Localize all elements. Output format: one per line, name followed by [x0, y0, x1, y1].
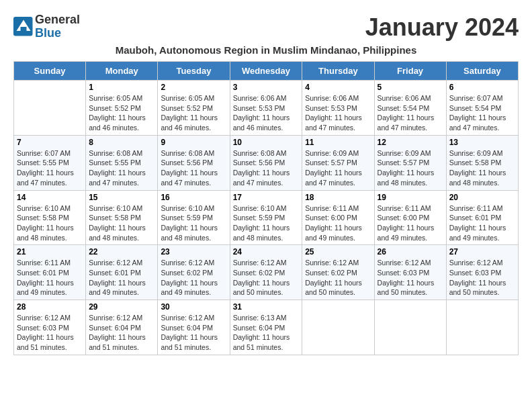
day-number: 1: [89, 83, 154, 92]
day-number: 24: [233, 247, 300, 257]
day-number: 20: [449, 193, 515, 202]
day-info: Sunrise: 6:05 AMSunset: 5:52 PMDaylight:…: [161, 93, 226, 133]
calendar-header-tuesday: Tuesday: [158, 62, 230, 81]
calendar-cell: 24Sunrise: 6:12 AMSunset: 6:02 PMDayligh…: [230, 245, 302, 300]
day-number: 3: [233, 83, 300, 92]
day-number: 15: [89, 193, 154, 202]
day-number: 8: [89, 138, 154, 147]
calendar-cell: 1Sunrise: 6:05 AMSunset: 5:52 PMDaylight…: [86, 81, 158, 136]
calendar-cell: [446, 300, 518, 355]
calendar-week-3: 14Sunrise: 6:10 AMSunset: 5:58 PMDayligh…: [14, 190, 519, 245]
calendar-cell: 7Sunrise: 6:07 AMSunset: 5:55 PMDaylight…: [14, 135, 86, 190]
logo-general-text: General: [35, 13, 80, 27]
day-info: Sunrise: 6:09 AMSunset: 5:58 PMDaylight:…: [449, 148, 515, 188]
calendar-cell: 21Sunrise: 6:11 AMSunset: 6:01 PMDayligh…: [14, 245, 86, 300]
calendar-cell: 22Sunrise: 6:12 AMSunset: 6:01 PMDayligh…: [86, 245, 158, 300]
day-number: 25: [305, 247, 371, 257]
day-number: 5: [378, 83, 443, 92]
calendar-cell: 6Sunrise: 6:07 AMSunset: 5:54 PMDaylight…: [446, 81, 518, 136]
calendar-cell: 12Sunrise: 6:09 AMSunset: 5:57 PMDayligh…: [374, 135, 446, 190]
day-number: 2: [161, 83, 226, 92]
calendar-cell: 31Sunrise: 6:13 AMSunset: 6:04 PMDayligh…: [230, 300, 302, 355]
day-info: Sunrise: 6:12 AMSunset: 6:01 PMDaylight:…: [89, 258, 154, 298]
day-info: Sunrise: 6:10 AMSunset: 5:58 PMDaylight:…: [89, 203, 154, 243]
calendar-cell: 25Sunrise: 6:12 AMSunset: 6:02 PMDayligh…: [302, 245, 374, 300]
calendar-header-saturday: Saturday: [446, 62, 518, 81]
calendar-header-monday: Monday: [86, 62, 158, 81]
calendar-cell: 3Sunrise: 6:06 AMSunset: 5:53 PMDaylight…: [230, 81, 302, 136]
day-number: 13: [449, 138, 515, 147]
calendar-cell: 13Sunrise: 6:09 AMSunset: 5:58 PMDayligh…: [446, 135, 518, 190]
day-info: Sunrise: 6:11 AMSunset: 6:00 PMDaylight:…: [305, 203, 371, 243]
day-info: Sunrise: 6:12 AMSunset: 6:03 PMDaylight:…: [449, 258, 515, 298]
calendar-week-1: 1Sunrise: 6:05 AMSunset: 5:52 PMDaylight…: [14, 81, 519, 136]
calendar-cell: 17Sunrise: 6:10 AMSunset: 5:59 PMDayligh…: [230, 190, 302, 245]
day-info: Sunrise: 6:10 AMSunset: 5:59 PMDaylight:…: [161, 203, 226, 243]
day-info: Sunrise: 6:11 AMSunset: 6:01 PMDaylight:…: [17, 258, 83, 298]
calendar-cell: 10Sunrise: 6:08 AMSunset: 5:56 PMDayligh…: [230, 135, 302, 190]
calendar-cell: [302, 300, 374, 355]
month-title: January 2024: [365, 13, 519, 42]
day-number: 27: [449, 247, 515, 257]
calendar-cell: 5Sunrise: 6:06 AMSunset: 5:54 PMDaylight…: [374, 81, 446, 136]
day-number: 7: [17, 138, 83, 147]
calendar-week-4: 21Sunrise: 6:11 AMSunset: 6:01 PMDayligh…: [14, 245, 519, 300]
calendar-cell: 27Sunrise: 6:12 AMSunset: 6:03 PMDayligh…: [446, 245, 518, 300]
day-info: Sunrise: 6:08 AMSunset: 5:56 PMDaylight:…: [161, 148, 226, 188]
calendar-cell: 9Sunrise: 6:08 AMSunset: 5:56 PMDaylight…: [158, 135, 230, 190]
calendar-cell: 14Sunrise: 6:10 AMSunset: 5:58 PMDayligh…: [14, 190, 86, 245]
calendar-cell: [374, 300, 446, 355]
calendar-week-5: 28Sunrise: 6:12 AMSunset: 6:03 PMDayligh…: [14, 300, 519, 355]
day-info: Sunrise: 6:12 AMSunset: 6:03 PMDaylight:…: [17, 313, 83, 353]
calendar-header-sunday: Sunday: [14, 62, 86, 81]
day-info: Sunrise: 6:06 AMSunset: 5:53 PMDaylight:…: [233, 93, 300, 133]
calendar-week-2: 7Sunrise: 6:07 AMSunset: 5:55 PMDaylight…: [14, 135, 519, 190]
calendar-cell: [14, 81, 86, 136]
day-number: 9: [161, 138, 226, 147]
day-info: Sunrise: 6:09 AMSunset: 5:57 PMDaylight:…: [378, 148, 443, 188]
day-number: 28: [17, 302, 83, 312]
calendar-cell: 8Sunrise: 6:08 AMSunset: 5:55 PMDaylight…: [86, 135, 158, 190]
day-number: 16: [161, 193, 226, 202]
calendar-header-friday: Friday: [374, 62, 446, 81]
day-number: 17: [233, 193, 300, 202]
logo-icon: [13, 17, 34, 37]
day-info: Sunrise: 6:12 AMSunset: 6:02 PMDaylight:…: [305, 258, 371, 298]
calendar-cell: 15Sunrise: 6:10 AMSunset: 5:58 PMDayligh…: [86, 190, 158, 245]
day-number: 10: [233, 138, 300, 147]
day-number: 18: [305, 193, 371, 202]
calendar-table: SundayMondayTuesdayWednesdayThursdayFrid…: [13, 61, 519, 355]
day-number: 26: [378, 247, 443, 257]
day-number: 12: [378, 138, 443, 147]
day-info: Sunrise: 6:13 AMSunset: 6:04 PMDaylight:…: [233, 313, 300, 353]
day-info: Sunrise: 6:11 AMSunset: 6:01 PMDaylight:…: [449, 203, 515, 243]
calendar-header-row: SundayMondayTuesdayWednesdayThursdayFrid…: [14, 62, 519, 81]
calendar-cell: 16Sunrise: 6:10 AMSunset: 5:59 PMDayligh…: [158, 190, 230, 245]
day-info: Sunrise: 6:06 AMSunset: 5:53 PMDaylight:…: [305, 93, 371, 133]
day-number: 29: [89, 302, 154, 312]
day-info: Sunrise: 6:10 AMSunset: 5:59 PMDaylight:…: [233, 203, 300, 243]
day-info: Sunrise: 6:10 AMSunset: 5:58 PMDaylight:…: [17, 203, 83, 243]
day-info: Sunrise: 6:12 AMSunset: 6:02 PMDaylight:…: [161, 258, 226, 298]
day-number: 14: [17, 193, 83, 202]
calendar-cell: 18Sunrise: 6:11 AMSunset: 6:00 PMDayligh…: [302, 190, 374, 245]
day-number: 11: [305, 138, 371, 147]
calendar-cell: 28Sunrise: 6:12 AMSunset: 6:03 PMDayligh…: [14, 300, 86, 355]
day-info: Sunrise: 6:12 AMSunset: 6:02 PMDaylight:…: [233, 258, 300, 298]
day-number: 22: [89, 247, 154, 257]
calendar-cell: 11Sunrise: 6:09 AMSunset: 5:57 PMDayligh…: [302, 135, 374, 190]
day-number: 19: [378, 193, 443, 202]
calendar-cell: 26Sunrise: 6:12 AMSunset: 6:03 PMDayligh…: [374, 245, 446, 300]
calendar-cell: 19Sunrise: 6:11 AMSunset: 6:00 PMDayligh…: [374, 190, 446, 245]
day-number: 31: [233, 302, 300, 312]
day-info: Sunrise: 6:12 AMSunset: 6:04 PMDaylight:…: [161, 313, 226, 353]
day-number: 30: [161, 302, 226, 312]
day-info: Sunrise: 6:06 AMSunset: 5:54 PMDaylight:…: [378, 93, 443, 133]
day-number: 6: [449, 83, 515, 92]
calendar-header-wednesday: Wednesday: [230, 62, 302, 81]
day-number: 23: [161, 247, 226, 257]
day-info: Sunrise: 6:12 AMSunset: 6:03 PMDaylight:…: [378, 258, 443, 298]
logo-blue-text: Blue: [35, 27, 80, 40]
day-info: Sunrise: 6:07 AMSunset: 5:54 PMDaylight:…: [449, 93, 515, 133]
calendar-cell: 20Sunrise: 6:11 AMSunset: 6:01 PMDayligh…: [446, 190, 518, 245]
